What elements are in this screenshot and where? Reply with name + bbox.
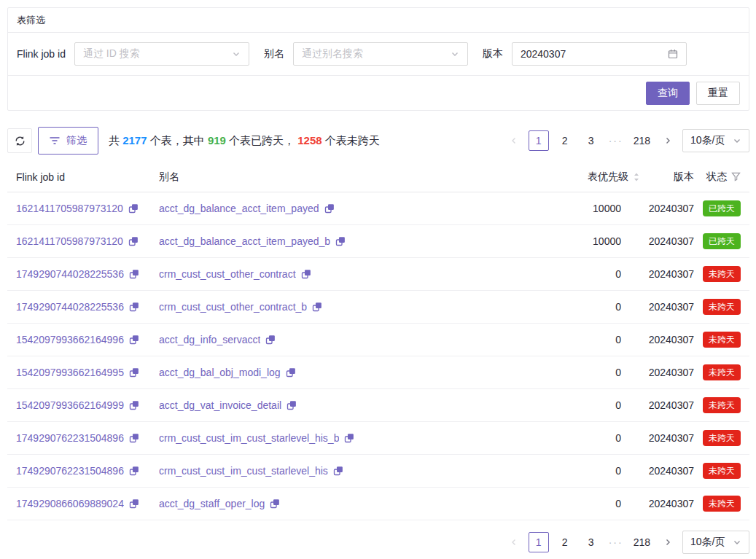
- priority-cell: 0: [538, 268, 640, 280]
- page-button-2[interactable]: 2: [555, 130, 575, 151]
- filter-button[interactable]: 筛选: [38, 127, 98, 155]
- alias-link[interactable]: acct_dg_balance_acct_item_payed: [159, 203, 319, 214]
- next-page-button[interactable]: [659, 130, 677, 151]
- status-badge: 未跨天: [703, 299, 741, 315]
- col-flink-job-id: Flink job id: [16, 171, 159, 183]
- search-button[interactable]: 查询: [646, 82, 690, 105]
- copy-icon[interactable]: [129, 367, 139, 378]
- alias-link[interactable]: acct_dg_balance_acct_item_payed_b: [159, 235, 330, 247]
- copy-icon[interactable]: [287, 400, 297, 410]
- alias-link[interactable]: crm_cust_cust_im_cust_starlevel_his_b: [159, 432, 339, 444]
- page-button-1[interactable]: 1: [529, 532, 549, 552]
- next-page-button[interactable]: [659, 532, 677, 552]
- copy-icon[interactable]: [324, 203, 335, 214]
- copy-icon[interactable]: [335, 236, 346, 246]
- page-size-value: 10条/页: [690, 536, 725, 549]
- col-version: 版本: [640, 171, 694, 184]
- flink-job-id-link[interactable]: 1542097993662164995: [16, 367, 124, 378]
- page-size-select-bottom[interactable]: 10条/页: [682, 531, 749, 554]
- copy-icon[interactable]: [312, 302, 322, 312]
- priority-cell: 0: [538, 334, 640, 345]
- flink-job-id-placeholder: 通过 ID 搜索: [83, 47, 232, 60]
- alias-link[interactable]: crm_cust_cust_other_contract: [159, 268, 296, 280]
- summary-count-red: 1258: [297, 134, 322, 146]
- page-button-3[interactable]: 3: [581, 130, 601, 151]
- copy-icon[interactable]: [129, 499, 139, 509]
- copy-icon[interactable]: [129, 302, 139, 312]
- flink-job-id-link[interactable]: 1749290762231504896: [16, 465, 124, 477]
- version-date-value: 20240307: [521, 48, 668, 60]
- refresh-button[interactable]: [7, 128, 32, 153]
- alias-link[interactable]: acct_dg_vat_invoice_detail: [159, 399, 281, 411]
- page-size-value: 10条/页: [690, 134, 725, 147]
- page-size-select[interactable]: 10条/页: [682, 129, 749, 152]
- flink-job-id-link[interactable]: 1542097993662164999: [16, 399, 124, 411]
- prev-page-button[interactable]: [505, 130, 523, 151]
- copy-icon[interactable]: [270, 499, 280, 509]
- table-row: 1621411705987973120acct_dg_balance_acct_…: [7, 192, 749, 225]
- version-cell: 20240307: [640, 235, 694, 247]
- toolbar-right: 123···218 10条/页: [505, 129, 749, 152]
- flink-job-id-link[interactable]: 1749290744028225536: [16, 301, 124, 313]
- page-button-218[interactable]: 218: [631, 130, 653, 151]
- flink-job-id-link[interactable]: 1542097993662164996: [16, 334, 124, 345]
- copy-icon[interactable]: [128, 236, 139, 246]
- chevron-right-icon: [663, 136, 672, 145]
- flink-job-id-select[interactable]: 通过 ID 搜索: [74, 42, 249, 66]
- flink-job-id-link[interactable]: 1621411705987973120: [16, 203, 123, 214]
- alias-link[interactable]: crm_cust_cust_other_contract_b: [159, 301, 307, 313]
- copy-icon[interactable]: [129, 269, 139, 279]
- table-row: 1542097993662164995acct_dg_bal_obj_modi_…: [7, 356, 749, 389]
- priority-cell: 0: [538, 432, 640, 444]
- flink-job-id-link[interactable]: 1749290866069889024: [16, 498, 124, 509]
- sort-icon[interactable]: [633, 172, 640, 182]
- copy-icon[interactable]: [265, 335, 276, 345]
- summary-segment: 个表未跨天: [322, 134, 380, 146]
- priority-cell: 10000: [538, 235, 640, 247]
- copy-icon[interactable]: [129, 335, 139, 345]
- alias-link[interactable]: crm_cust_cust_im_cust_starlevel_his: [159, 465, 328, 477]
- table: Flink job id 别名 表优先级 版本 状态 16: [7, 162, 749, 520]
- flink-job-id-link[interactable]: 1621411705987973120: [16, 235, 123, 247]
- copy-icon[interactable]: [129, 400, 139, 410]
- calendar-icon: [668, 49, 678, 59]
- table-row: 1749290762231504896crm_cust_cust_im_cust…: [7, 455, 749, 488]
- page-button-3[interactable]: 3: [581, 532, 601, 552]
- alias-select[interactable]: 通过别名搜索: [293, 42, 468, 66]
- alias-link[interactable]: acct_dg_staff_oper_log: [159, 498, 265, 509]
- copy-icon[interactable]: [128, 203, 139, 214]
- flink-job-id-link[interactable]: 1749290762231504896: [16, 432, 124, 444]
- page-ellipsis[interactable]: ···: [607, 536, 625, 548]
- copy-icon[interactable]: [333, 466, 343, 476]
- version-cell: 20240307: [640, 465, 694, 477]
- copy-icon[interactable]: [129, 466, 139, 476]
- version-cell: 20240307: [640, 301, 694, 313]
- page-button-2[interactable]: 2: [555, 532, 575, 552]
- table-row: 1749290744028225536crm_cust_cust_other_c…: [7, 291, 749, 324]
- page-button-1[interactable]: 1: [529, 130, 549, 151]
- reset-button[interactable]: 重置: [696, 82, 740, 105]
- status-badge: 未跨天: [703, 332, 741, 348]
- copy-icon[interactable]: [344, 433, 354, 443]
- col-priority[interactable]: 表优先级: [538, 171, 640, 184]
- copy-icon[interactable]: [301, 269, 311, 279]
- funnel-icon[interactable]: [731, 172, 741, 181]
- col-status[interactable]: 状态: [694, 171, 741, 184]
- alias-link[interactable]: acct_dg_bal_obj_modi_log: [159, 367, 281, 378]
- version-cell: 20240307: [640, 432, 694, 444]
- alias-link[interactable]: acct_dg_info_servacct: [159, 334, 260, 345]
- flink-job-id-link[interactable]: 1749290744028225536: [16, 268, 124, 280]
- table-row: 1542097993662164999acct_dg_vat_invoice_d…: [7, 389, 749, 422]
- copy-icon[interactable]: [129, 433, 139, 443]
- page-ellipsis[interactable]: ···: [607, 135, 625, 146]
- alias-label: 别名: [264, 47, 284, 60]
- copy-icon[interactable]: [286, 367, 296, 378]
- flink-job-id-label: Flink job id: [17, 48, 66, 60]
- prev-page-button[interactable]: [505, 532, 523, 552]
- status-badge: 未跨天: [703, 430, 741, 446]
- version-date-input[interactable]: 20240307: [512, 42, 687, 66]
- version-cell: 20240307: [640, 399, 694, 411]
- table-row: 1621411705987973120acct_dg_balance_acct_…: [7, 225, 749, 258]
- toolbar: 筛选 共 2177 个表，其中 919 个表已跨天， 1258 个表未跨天 12…: [7, 127, 749, 155]
- page-button-218[interactable]: 218: [631, 532, 653, 552]
